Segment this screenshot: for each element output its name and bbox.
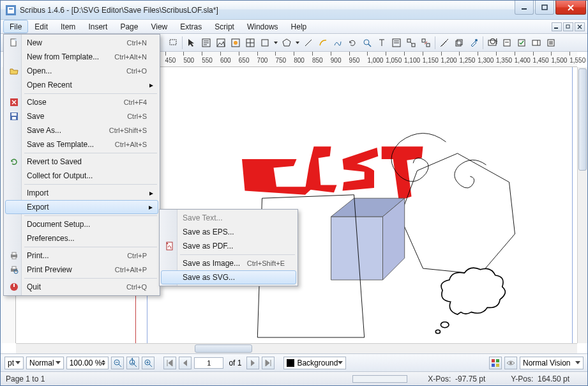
menu-view[interactable]: View <box>144 20 174 33</box>
svg-rect-8 <box>15 39 17 41</box>
menu-file[interactable]: File <box>3 20 28 33</box>
toolbar-button[interactable]: OK <box>485 36 499 50</box>
toolbar-button[interactable] <box>166 36 180 50</box>
page-number-input[interactable] <box>194 357 223 369</box>
menu-edit[interactable]: Edit <box>28 20 54 33</box>
maximize-button[interactable] <box>535 1 554 15</box>
toolbar-button[interactable] <box>437 36 451 50</box>
next-page-button[interactable] <box>246 357 259 369</box>
dropdown-arrow[interactable] <box>294 36 301 50</box>
status-page: Page 1 to 1 <box>6 374 45 383</box>
menu-item[interactable]: Item <box>54 20 82 33</box>
file-menu-item[interactable]: Save as Template...Ctrl+Alt+S <box>5 137 158 151</box>
svg-rect-35 <box>456 41 461 46</box>
toolbar-button[interactable] <box>243 36 257 50</box>
export-menu-item[interactable]: Save as EPS... <box>161 225 296 239</box>
menu-extras[interactable]: Extras <box>174 20 208 33</box>
export-menu-item[interactable]: Save as PDF... <box>161 239 296 253</box>
file-menu-item[interactable]: QuitCtrl+Q <box>5 280 158 294</box>
file-menu-item[interactable]: NewCtrl+N <box>5 36 158 50</box>
file-menu-item[interactable]: Collect for Output... <box>5 169 158 183</box>
file-menu-item[interactable]: Document Setup... <box>5 217 158 231</box>
export-menu-item[interactable]: Save as Image...Ctrl+Shift+E <box>161 256 296 270</box>
view-mode-select[interactable]: Normal <box>26 357 64 369</box>
vertical-scrollbar[interactable] <box>577 67 587 343</box>
text-frame-icon <box>201 38 211 48</box>
file-menu-item[interactable]: Open Recent▸ <box>5 78 158 92</box>
toolbar-button[interactable] <box>515 36 529 50</box>
toolbar-button[interactable] <box>452 36 466 50</box>
first-page-button[interactable] <box>163 357 176 369</box>
file-menu-item[interactable]: New from Template...Ctrl+Alt+N <box>5 50 158 64</box>
minimize-button[interactable] <box>515 1 534 15</box>
table-icon <box>245 38 255 48</box>
file-menu-item[interactable]: Print...Ctrl+P <box>5 249 158 263</box>
file-menu-item[interactable]: Preferences... <box>5 231 158 245</box>
file-menu-item[interactable]: Print PreviewCtrl+Alt+P <box>5 263 158 277</box>
toolbar-button[interactable] <box>345 36 359 50</box>
menu-windows[interactable]: Windows <box>241 20 285 33</box>
toolbar-button[interactable] <box>529 36 543 50</box>
menu-page[interactable]: Page <box>114 20 144 33</box>
bezier-icon <box>318 38 328 48</box>
mdi-minimize-button[interactable] <box>552 22 562 31</box>
toolbar-button[interactable] <box>389 36 403 50</box>
toolbar-button[interactable] <box>331 36 345 50</box>
quit-icon <box>9 282 19 292</box>
prev-page-button[interactable] <box>179 357 192 369</box>
mdi-close-button[interactable] <box>575 22 585 31</box>
menu-script[interactable]: Script <box>208 20 241 33</box>
app-window: Scribus 1.4.6 - [D:\SVG Editor\Save File… <box>0 0 588 386</box>
toolbar-button[interactable] <box>360 36 374 50</box>
horizontal-scrollbar[interactable] <box>16 343 577 353</box>
close-x-icon <box>9 97 19 107</box>
zoom-select[interactable]: 100.00 % <box>66 357 109 369</box>
vision-select[interactable]: Normal Vision <box>520 357 584 369</box>
mdi-restore-button[interactable] <box>563 22 573 31</box>
last-page-button[interactable] <box>262 357 275 369</box>
rotate-icon <box>347 38 358 48</box>
preview-mode-button[interactable] <box>504 357 517 369</box>
dropdown-arrow[interactable] <box>273 36 279 50</box>
color-manage-button[interactable] <box>489 357 502 369</box>
zoom-100-button[interactable]: 1 <box>126 357 139 369</box>
export-menu-item[interactable]: Save Text... <box>161 211 296 225</box>
toolbar-button[interactable] <box>280 36 294 50</box>
layer-select[interactable]: Background <box>283 357 346 369</box>
toolbar-button[interactable] <box>419 36 433 50</box>
freehand-icon <box>333 38 343 48</box>
file-menu-item[interactable]: Save As...Ctrl+Shift+S <box>5 123 158 137</box>
file-menu-item[interactable]: Open...Ctrl+O <box>5 64 158 78</box>
toolbar-button[interactable] <box>316 36 330 50</box>
menu-help[interactable]: Help <box>285 20 313 33</box>
toolbar-button[interactable] <box>301 36 315 50</box>
print-preview-icon <box>9 265 19 275</box>
close-button[interactable] <box>555 1 586 15</box>
zoom-in-button[interactable] <box>142 357 155 369</box>
pdf-check-icon <box>516 38 527 48</box>
menu-insert[interactable]: Insert <box>82 20 114 33</box>
toolbar-button[interactable] <box>404 36 418 50</box>
zoom-100-icon: 1 <box>128 358 138 368</box>
file-menu-item[interactable]: Export▸ <box>5 200 158 214</box>
toolbar-button[interactable] <box>229 36 243 50</box>
file-menu-item[interactable]: SaveCtrl+S <box>5 109 158 123</box>
toolbar-button[interactable] <box>544 36 558 50</box>
toolbar-button[interactable] <box>500 36 514 50</box>
unit-select[interactable]: pt <box>4 357 24 369</box>
select-icon <box>168 38 178 48</box>
toolbar-button[interactable] <box>467 36 481 50</box>
file-menu-item[interactable]: Revert to Saved <box>5 155 158 169</box>
toolbar-button[interactable] <box>185 36 199 50</box>
line-icon <box>303 38 313 48</box>
toolbar-button[interactable] <box>214 36 228 50</box>
svg-rect-54 <box>492 364 495 367</box>
render-frame-icon <box>230 38 241 48</box>
file-menu-item[interactable]: Import▸ <box>5 186 158 200</box>
toolbar-button[interactable] <box>199 36 213 50</box>
file-menu-item[interactable]: CloseCtrl+F4 <box>5 95 158 109</box>
toolbar-button[interactable] <box>258 36 272 50</box>
export-menu-item[interactable]: Save as SVG... <box>161 270 296 284</box>
toolbar-button[interactable] <box>375 36 389 50</box>
zoom-out-button[interactable] <box>111 357 124 369</box>
